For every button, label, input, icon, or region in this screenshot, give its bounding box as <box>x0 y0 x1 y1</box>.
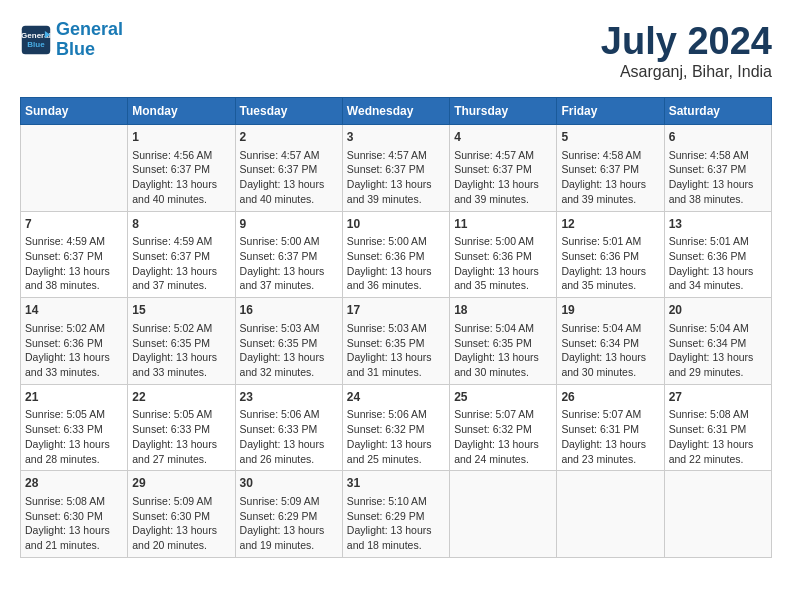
calendar-cell: 23Sunrise: 5:06 AM Sunset: 6:33 PM Dayli… <box>235 384 342 471</box>
calendar-cell: 28Sunrise: 5:08 AM Sunset: 6:30 PM Dayli… <box>21 471 128 558</box>
calendar-cell: 24Sunrise: 5:06 AM Sunset: 6:32 PM Dayli… <box>342 384 449 471</box>
header-cell-saturday: Saturday <box>664 98 771 125</box>
calendar-cell: 1Sunrise: 4:56 AM Sunset: 6:37 PM Daylig… <box>128 125 235 212</box>
day-number: 13 <box>669 216 767 233</box>
day-number: 30 <box>240 475 338 492</box>
calendar-cell: 17Sunrise: 5:03 AM Sunset: 6:35 PM Dayli… <box>342 298 449 385</box>
calendar-cell: 27Sunrise: 5:08 AM Sunset: 6:31 PM Dayli… <box>664 384 771 471</box>
calendar-cell: 9Sunrise: 5:00 AM Sunset: 6:37 PM Daylig… <box>235 211 342 298</box>
page-header: General Blue GeneralBlue July 2024 Asarg… <box>20 20 772 81</box>
header-row: SundayMondayTuesdayWednesdayThursdayFrid… <box>21 98 772 125</box>
calendar-cell <box>21 125 128 212</box>
day-info: Sunrise: 5:04 AM Sunset: 6:35 PM Dayligh… <box>454 321 552 380</box>
day-number: 11 <box>454 216 552 233</box>
calendar-cell: 8Sunrise: 4:59 AM Sunset: 6:37 PM Daylig… <box>128 211 235 298</box>
day-number: 21 <box>25 389 123 406</box>
day-number: 4 <box>454 129 552 146</box>
calendar-cell <box>557 471 664 558</box>
calendar-cell: 29Sunrise: 5:09 AM Sunset: 6:30 PM Dayli… <box>128 471 235 558</box>
week-row-5: 28Sunrise: 5:08 AM Sunset: 6:30 PM Dayli… <box>21 471 772 558</box>
day-info: Sunrise: 5:09 AM Sunset: 6:30 PM Dayligh… <box>132 494 230 553</box>
calendar-cell: 19Sunrise: 5:04 AM Sunset: 6:34 PM Dayli… <box>557 298 664 385</box>
day-number: 7 <box>25 216 123 233</box>
calendar-cell: 20Sunrise: 5:04 AM Sunset: 6:34 PM Dayli… <box>664 298 771 385</box>
day-number: 26 <box>561 389 659 406</box>
day-info: Sunrise: 5:08 AM Sunset: 6:30 PM Dayligh… <box>25 494 123 553</box>
day-info: Sunrise: 5:06 AM Sunset: 6:33 PM Dayligh… <box>240 407 338 466</box>
calendar-cell: 2Sunrise: 4:57 AM Sunset: 6:37 PM Daylig… <box>235 125 342 212</box>
day-number: 1 <box>132 129 230 146</box>
calendar-cell: 3Sunrise: 4:57 AM Sunset: 6:37 PM Daylig… <box>342 125 449 212</box>
day-number: 18 <box>454 302 552 319</box>
day-info: Sunrise: 5:00 AM Sunset: 6:36 PM Dayligh… <box>347 234 445 293</box>
logo-icon: General Blue <box>20 24 52 56</box>
day-info: Sunrise: 4:58 AM Sunset: 6:37 PM Dayligh… <box>561 148 659 207</box>
logo-text: GeneralBlue <box>56 20 123 60</box>
day-info: Sunrise: 4:58 AM Sunset: 6:37 PM Dayligh… <box>669 148 767 207</box>
day-number: 12 <box>561 216 659 233</box>
day-number: 9 <box>240 216 338 233</box>
day-info: Sunrise: 5:02 AM Sunset: 6:35 PM Dayligh… <box>132 321 230 380</box>
day-number: 29 <box>132 475 230 492</box>
logo: General Blue GeneralBlue <box>20 20 123 60</box>
day-info: Sunrise: 4:57 AM Sunset: 6:37 PM Dayligh… <box>347 148 445 207</box>
day-info: Sunrise: 5:01 AM Sunset: 6:36 PM Dayligh… <box>561 234 659 293</box>
header-cell-wednesday: Wednesday <box>342 98 449 125</box>
week-row-2: 7Sunrise: 4:59 AM Sunset: 6:37 PM Daylig… <box>21 211 772 298</box>
day-number: 14 <box>25 302 123 319</box>
day-info: Sunrise: 5:05 AM Sunset: 6:33 PM Dayligh… <box>25 407 123 466</box>
day-info: Sunrise: 5:00 AM Sunset: 6:36 PM Dayligh… <box>454 234 552 293</box>
day-number: 24 <box>347 389 445 406</box>
calendar-cell: 18Sunrise: 5:04 AM Sunset: 6:35 PM Dayli… <box>450 298 557 385</box>
day-number: 31 <box>347 475 445 492</box>
day-info: Sunrise: 5:01 AM Sunset: 6:36 PM Dayligh… <box>669 234 767 293</box>
day-info: Sunrise: 4:59 AM Sunset: 6:37 PM Dayligh… <box>132 234 230 293</box>
day-number: 15 <box>132 302 230 319</box>
header-cell-monday: Monday <box>128 98 235 125</box>
day-info: Sunrise: 5:03 AM Sunset: 6:35 PM Dayligh… <box>347 321 445 380</box>
day-info: Sunrise: 5:07 AM Sunset: 6:31 PM Dayligh… <box>561 407 659 466</box>
day-info: Sunrise: 5:02 AM Sunset: 6:36 PM Dayligh… <box>25 321 123 380</box>
calendar-cell: 22Sunrise: 5:05 AM Sunset: 6:33 PM Dayli… <box>128 384 235 471</box>
day-info: Sunrise: 5:03 AM Sunset: 6:35 PM Dayligh… <box>240 321 338 380</box>
calendar-cell: 14Sunrise: 5:02 AM Sunset: 6:36 PM Dayli… <box>21 298 128 385</box>
day-number: 17 <box>347 302 445 319</box>
week-row-3: 14Sunrise: 5:02 AM Sunset: 6:36 PM Dayli… <box>21 298 772 385</box>
calendar-cell: 26Sunrise: 5:07 AM Sunset: 6:31 PM Dayli… <box>557 384 664 471</box>
calendar-cell: 15Sunrise: 5:02 AM Sunset: 6:35 PM Dayli… <box>128 298 235 385</box>
calendar-cell: 25Sunrise: 5:07 AM Sunset: 6:32 PM Dayli… <box>450 384 557 471</box>
calendar-cell: 5Sunrise: 4:58 AM Sunset: 6:37 PM Daylig… <box>557 125 664 212</box>
location-title: Asarganj, Bihar, India <box>601 63 772 81</box>
day-number: 2 <box>240 129 338 146</box>
day-info: Sunrise: 5:00 AM Sunset: 6:37 PM Dayligh… <box>240 234 338 293</box>
day-info: Sunrise: 5:08 AM Sunset: 6:31 PM Dayligh… <box>669 407 767 466</box>
header-cell-friday: Friday <box>557 98 664 125</box>
day-number: 19 <box>561 302 659 319</box>
day-info: Sunrise: 5:04 AM Sunset: 6:34 PM Dayligh… <box>669 321 767 380</box>
day-info: Sunrise: 5:05 AM Sunset: 6:33 PM Dayligh… <box>132 407 230 466</box>
calendar-cell: 30Sunrise: 5:09 AM Sunset: 6:29 PM Dayli… <box>235 471 342 558</box>
calendar-cell <box>450 471 557 558</box>
week-row-4: 21Sunrise: 5:05 AM Sunset: 6:33 PM Dayli… <box>21 384 772 471</box>
week-row-1: 1Sunrise: 4:56 AM Sunset: 6:37 PM Daylig… <box>21 125 772 212</box>
day-number: 8 <box>132 216 230 233</box>
title-area: July 2024 Asarganj, Bihar, India <box>601 20 772 81</box>
day-info: Sunrise: 4:56 AM Sunset: 6:37 PM Dayligh… <box>132 148 230 207</box>
day-number: 22 <box>132 389 230 406</box>
svg-text:Blue: Blue <box>27 40 45 49</box>
header-cell-thursday: Thursday <box>450 98 557 125</box>
calendar-cell: 10Sunrise: 5:00 AM Sunset: 6:36 PM Dayli… <box>342 211 449 298</box>
day-number: 25 <box>454 389 552 406</box>
calendar-cell: 31Sunrise: 5:10 AM Sunset: 6:29 PM Dayli… <box>342 471 449 558</box>
day-number: 5 <box>561 129 659 146</box>
calendar-cell: 11Sunrise: 5:00 AM Sunset: 6:36 PM Dayli… <box>450 211 557 298</box>
day-info: Sunrise: 5:09 AM Sunset: 6:29 PM Dayligh… <box>240 494 338 553</box>
header-cell-tuesday: Tuesday <box>235 98 342 125</box>
day-info: Sunrise: 4:57 AM Sunset: 6:37 PM Dayligh… <box>454 148 552 207</box>
calendar-cell: 12Sunrise: 5:01 AM Sunset: 6:36 PM Dayli… <box>557 211 664 298</box>
day-number: 20 <box>669 302 767 319</box>
day-info: Sunrise: 5:06 AM Sunset: 6:32 PM Dayligh… <box>347 407 445 466</box>
day-info: Sunrise: 5:07 AM Sunset: 6:32 PM Dayligh… <box>454 407 552 466</box>
day-number: 6 <box>669 129 767 146</box>
calendar-table: SundayMondayTuesdayWednesdayThursdayFrid… <box>20 97 772 558</box>
